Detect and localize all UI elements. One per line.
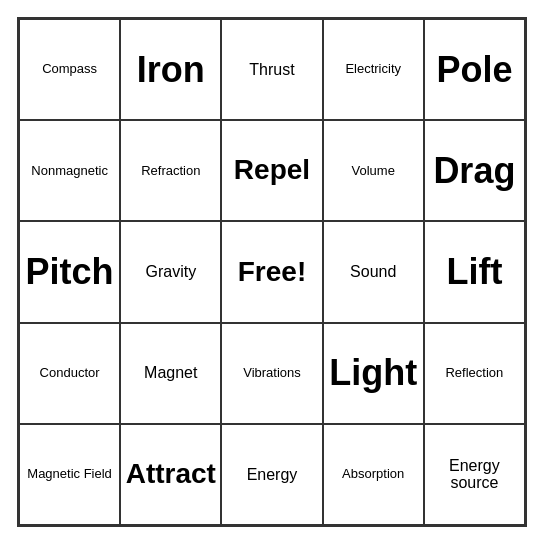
cell-conductor: Conductor [19, 323, 120, 424]
cell-repel: Repel [221, 120, 322, 221]
cell-gravity: Gravity [120, 221, 221, 322]
cell-reflection: Reflection [424, 323, 525, 424]
cell-light: Light [323, 323, 424, 424]
cell-lift: Lift [424, 221, 525, 322]
cell-thrust: Thrust [221, 19, 322, 120]
cell-drag: Drag [424, 120, 525, 221]
cell-free: Free! [221, 221, 322, 322]
cell-electricity: Electricity [323, 19, 424, 120]
cell-attract: Attract [120, 424, 221, 525]
cell-energy-source: Energy source [424, 424, 525, 525]
bingo-grid: CompassIronThrustElectricityPoleNonmagne… [19, 19, 525, 525]
cell-volume: Volume [323, 120, 424, 221]
cell-pitch: Pitch [19, 221, 120, 322]
cell-refraction: Refraction [120, 120, 221, 221]
cell-magnetic-field: Magnetic Field [19, 424, 120, 525]
cell-pole: Pole [424, 19, 525, 120]
cell-magnet: Magnet [120, 323, 221, 424]
cell-energy: Energy [221, 424, 322, 525]
cell-sound: Sound [323, 221, 424, 322]
cell-vibrations: Vibrations [221, 323, 322, 424]
cell-nonmagnetic: Nonmagnetic [19, 120, 120, 221]
cell-absorption: Absorption [323, 424, 424, 525]
cell-compass: Compass [19, 19, 120, 120]
cell-iron: Iron [120, 19, 221, 120]
bingo-board: CompassIronThrustElectricityPoleNonmagne… [17, 17, 527, 527]
